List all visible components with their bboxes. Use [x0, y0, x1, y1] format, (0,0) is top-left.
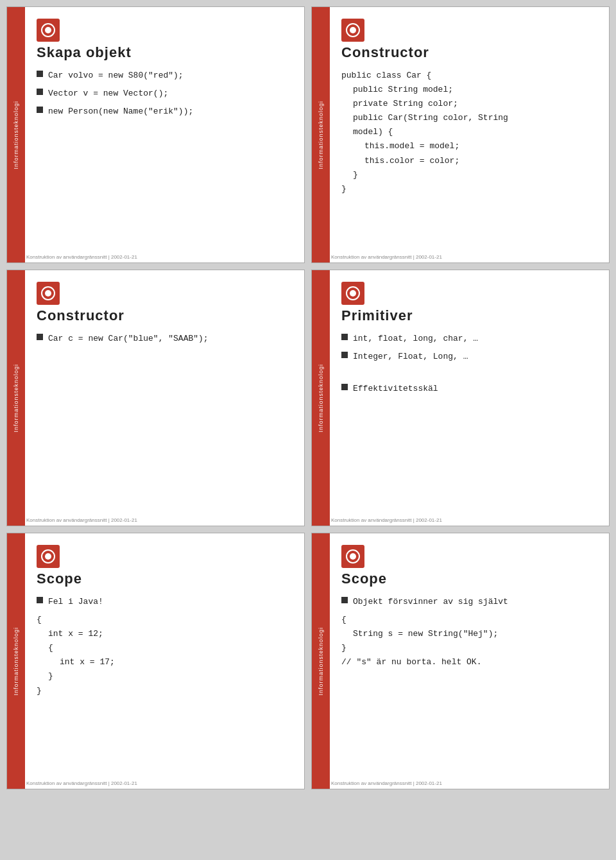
slide-2-code-line-8: }	[353, 168, 597, 182]
slide-5-logo	[37, 545, 60, 568]
slide-5-line-2: int x = 12;	[48, 627, 293, 641]
slide-4-bullet-1: int, float, long, char, …	[341, 332, 597, 346]
slide-2-content: Constructor public class Car { public St…	[330, 7, 609, 262]
slide-6-line-4: // "s" är nu borta. helt OK.	[341, 655, 597, 669]
slide-4-bullet-3: Effektivitetsskäl	[341, 382, 597, 396]
slide-5-title: Scope	[37, 571, 293, 587]
slide-5-footer: Konstruktion av användargränssnitt | 200…	[26, 780, 304, 786]
svg-point-2	[45, 27, 51, 33]
slide-1-body: Car volvo = new S80("red"); Vector v = n…	[37, 69, 293, 123]
slide-3-footer: Konstruktion av användargränssnitt | 200…	[26, 517, 304, 523]
slide-1-bullet-text-2: Vector v = new Vector();	[48, 87, 168, 101]
slide-1-bullet-sq-2	[37, 89, 43, 95]
slide-6-bullet-1: Objekt försvinner av sig självt	[341, 595, 597, 609]
slide-5: Informationsteknologi Scope Fel i Java! …	[6, 533, 305, 789]
slide-3-bullet-text-1: Car c = new Car("blue", "SAAB");	[48, 332, 209, 346]
slide-4-footer: Konstruktion av användargränssnitt | 200…	[331, 517, 609, 523]
slide-3-content: Constructor Car c = new Car("blue", "SAA…	[25, 270, 304, 526]
slide-1-sidebar-text: Informationsteknologi	[13, 101, 19, 169]
slide-2-code-line-7: this.color = color;	[364, 154, 597, 168]
slide-5-line-0: Fel i Java!	[48, 595, 103, 609]
slide-5-line-5: }	[48, 669, 293, 684]
slide-5-content: Scope Fel i Java! { int x = 12; { int x …	[25, 533, 304, 789]
slide-1-content: Skapa objekt Car volvo = new S80("red");…	[25, 7, 304, 262]
slide-5-line-1: {	[37, 613, 293, 627]
slide-4-bullet-text-2: Integer, Float, Long, …	[353, 350, 468, 364]
slide-6-body: Objekt försvinner av sig självt { String…	[341, 595, 597, 669]
slide-1-title: Skapa objekt	[37, 44, 293, 61]
slide-6-bullet-sq-1	[341, 597, 348, 603]
svg-point-14	[45, 553, 51, 560]
slide-6-logo	[341, 545, 364, 568]
slide-4-sidebar: Informationsteknologi	[312, 270, 330, 526]
slide-4-bullet-text-3: Effektivitetsskäl	[353, 382, 438, 396]
slide-4: Informationsteknologi Primitiver int, fl…	[311, 270, 610, 526]
slide-2-code-line-2: public String model;	[353, 83, 597, 97]
slide-4-bullet-text-1: int, float, long, char, …	[353, 332, 478, 346]
slide-4-bullet-sq-3	[341, 384, 348, 390]
slide-4-logo	[341, 282, 364, 305]
slide-2-code-line-5: model) {	[353, 125, 597, 139]
slide-1-logo	[37, 19, 60, 42]
slide-2-code-line-9: }	[341, 182, 597, 196]
slide-5-line-3: {	[48, 641, 293, 655]
slide-2-code-line-4: public Car(String color, String	[353, 111, 597, 125]
slide-6-line-1: {	[341, 613, 597, 627]
slide-2-code-line-3: private String color;	[353, 97, 597, 111]
slide-6-sidebar: Informationsteknologi	[312, 533, 330, 789]
slide-5-sidebar: Informationsteknologi	[7, 533, 25, 789]
slide-4-body: int, float, long, char, … Integer, Float…	[341, 332, 597, 400]
slide-2-logo	[341, 19, 364, 42]
slide-1-bullet-sq-3	[37, 107, 43, 113]
slide-1-bullet-text-3: new Person(new Name("erik"));	[48, 105, 193, 119]
slide-2-code-line-1: public class Car {	[341, 69, 597, 83]
slide-3-bullet-1: Car c = new Car("blue", "SAAB");	[37, 332, 293, 346]
slide-1-footer: Konstruktion av användargränssnitt | 200…	[26, 254, 304, 260]
slide-3-body: Car c = new Car("blue", "SAAB");	[37, 332, 293, 350]
slide-2-code-line-6: this.model = model;	[364, 139, 597, 153]
slide-1-sidebar: Informationsteknologi	[7, 7, 25, 262]
slide-1: Informationsteknologi Skapa objekt Car v…	[6, 6, 305, 263]
slide-3-title: Constructor	[37, 307, 293, 324]
slide-2: Informationsteknologi Constructor public…	[311, 6, 610, 263]
slide-4-title: Primitiver	[341, 307, 597, 324]
slide-2-body: public class Car { public String model; …	[341, 69, 597, 196]
slide-6-line-2: String s = new String("Hej");	[353, 627, 597, 641]
slide-4-bullet-sq-1	[341, 334, 348, 340]
slide-6-sidebar-text: Informationsteknologi	[318, 627, 324, 696]
slide-3-sidebar: Informationsteknologi	[7, 270, 25, 526]
slide-6-footer: Konstruktion av användargränssnitt | 200…	[331, 780, 609, 786]
slide-1-bullet-1: Car volvo = new S80("red");	[37, 69, 293, 83]
svg-point-17	[350, 553, 356, 560]
slide-5-sidebar-text: Informationsteknologi	[13, 627, 19, 696]
svg-point-5	[350, 27, 356, 33]
slide-5-bullet-1: Fel i Java!	[37, 595, 293, 609]
slide-2-sidebar-text: Informationsteknologi	[318, 101, 324, 169]
slide-1-bullet-text-1: Car volvo = new S80("red");	[48, 69, 184, 83]
slide-1-bullet-3: new Person(new Name("erik"));	[37, 105, 293, 119]
slide-2-title: Constructor	[341, 44, 597, 61]
slide-3-logo	[37, 282, 60, 305]
slide-5-line-4: int x = 17;	[60, 655, 293, 669]
slide-5-line-6: }	[37, 684, 293, 698]
svg-point-8	[45, 290, 51, 297]
slide-5-bullet-sq-1	[37, 597, 43, 603]
slide-4-bullet-sq-2	[341, 352, 348, 358]
slide-6-content: Scope Objekt försvinner av sig självt { …	[330, 533, 609, 789]
slide-6-line-0: Objekt försvinner av sig självt	[353, 595, 508, 609]
slide-2-sidebar: Informationsteknologi	[312, 7, 330, 262]
slide-grid: Informationsteknologi Skapa objekt Car v…	[6, 6, 610, 789]
slide-3-bullet-sq-1	[37, 334, 43, 340]
slide-6: Informationsteknologi Scope Objekt försv…	[311, 533, 610, 789]
slide-3-sidebar-text: Informationsteknologi	[13, 364, 19, 433]
slide-5-body: Fel i Java! { int x = 12; { int x = 17; …	[37, 595, 293, 698]
slide-6-title: Scope	[341, 571, 597, 587]
slide-4-sidebar-text: Informationsteknologi	[318, 364, 324, 433]
svg-point-11	[350, 290, 356, 297]
slide-6-line-3: }	[341, 641, 597, 655]
slide-4-content: Primitiver int, float, long, char, … Int…	[330, 270, 609, 526]
slide-3: Informationsteknologi Constructor Car c …	[6, 270, 305, 526]
slide-2-footer: Konstruktion av användargränssnitt | 200…	[331, 254, 609, 260]
slide-4-bullet-2: Integer, Float, Long, …	[341, 350, 597, 364]
slide-1-bullet-2: Vector v = new Vector();	[37, 87, 293, 101]
